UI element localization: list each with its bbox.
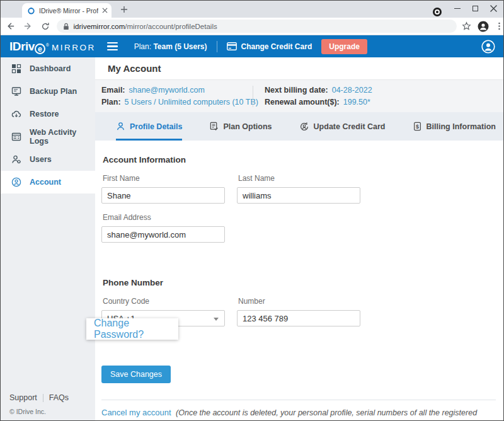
person-icon (116, 122, 125, 131)
sidebar-item-users[interactable]: Users (1, 148, 95, 171)
url-path: /mirror/account/profileDetails (125, 23, 217, 30)
browser-tab-strip: IDrive® Mirror - Profile Details (1, 1, 503, 18)
reload-icon (41, 22, 50, 31)
header-plan-info: Plan: Team (5 Users) (134, 42, 207, 51)
logo-mirror-text: MIRROR (52, 43, 96, 52)
browser-window: IDrive® Mirror - Profile Details idrivem… (0, 0, 504, 421)
change-password-link: Change Password? (94, 318, 178, 340)
window-controls (454, 4, 497, 13)
tab-update-credit-card[interactable]: Update Credit Card (299, 112, 386, 141)
sidebar-footer: Support FAQs © IDrive Inc. (9, 393, 69, 415)
renewal-amount-label: Renewal amount($): (265, 98, 340, 107)
country-code-label: Country Code (103, 297, 225, 306)
hamburger-menu-icon[interactable] (107, 42, 118, 50)
account-summary-bar: Email: shane@myworld.com Plan: 5 Users /… (95, 80, 503, 112)
tab-label: Plan Options (223, 122, 272, 131)
sidebar-item-account[interactable]: Account (1, 171, 95, 193)
sidebar-item-label: Backup Plan (30, 87, 77, 96)
plan-label: Plan: (134, 42, 151, 51)
phone-number-label: Number (238, 297, 360, 306)
logo-e-lock-icon: e (35, 43, 45, 54)
email-value: shane@myworld.com (129, 86, 205, 95)
tab-profile-details[interactable]: Profile Details (116, 112, 182, 141)
account-tabs: Profile Details Plan Options Update Cred… (95, 112, 503, 141)
new-tab-button[interactable] (119, 4, 129, 14)
email-address-input[interactable] (101, 226, 225, 243)
credit-card-icon (227, 42, 237, 50)
restore-cloud-icon (11, 109, 21, 119)
tab-label: Billing Information (427, 122, 496, 131)
refresh-card-icon (299, 122, 309, 132)
renewal-amount-value: 199.50* (343, 98, 370, 107)
plus-icon (120, 6, 128, 13)
url-bar[interactable]: idrivemirror.com/mirror/account/profileD… (57, 20, 457, 33)
upgrade-button[interactable]: Upgrade (321, 39, 367, 54)
document-check-icon (209, 122, 219, 131)
browser-tab[interactable]: IDrive® Mirror - Profile Details (22, 3, 112, 18)
logo-text: IDriv (9, 40, 35, 54)
window-maximize-icon[interactable] (472, 6, 478, 11)
save-changes-button[interactable]: Save Changes (101, 366, 171, 383)
bottom-divider (101, 400, 496, 400)
forward-button[interactable] (21, 19, 36, 34)
sidebar-item-dashboard[interactable]: Dashboard (1, 57, 95, 80)
change-password-callout[interactable]: Change Password? (86, 318, 178, 340)
bookmark-star-icon[interactable] (462, 21, 471, 31)
cancel-account-link[interactable]: Cancel my account (101, 408, 171, 417)
favicon-idrive-icon (27, 6, 35, 14)
sidebar-item-web-activity-logs[interactable]: Web Activity Logs (1, 125, 95, 148)
page-title: My Account (108, 63, 161, 74)
email-label: Email: (101, 86, 125, 95)
svg-text:$: $ (416, 124, 419, 130)
user-avatar-icon (481, 40, 495, 54)
change-credit-card-label: Change Credit Card (241, 42, 312, 51)
tab-title: IDrive® Mirror - Profile Details (39, 7, 98, 14)
dashboard-icon (11, 64, 21, 74)
window-close-icon[interactable] (490, 5, 497, 12)
toolbar-right (462, 21, 503, 32)
page-title-bar: My Account (95, 57, 503, 80)
browser-menu-dots-icon[interactable] (495, 22, 503, 30)
sidebar-item-backup-plan[interactable]: Backup Plan (1, 80, 95, 103)
last-name-input[interactable] (237, 187, 360, 204)
copyright-text: © IDrive Inc. (9, 408, 69, 415)
plan-label: Plan: (101, 98, 121, 107)
backup-plan-icon (11, 86, 21, 96)
users-icon (11, 154, 21, 164)
sidebar-item-restore[interactable]: Restore (1, 103, 95, 125)
sidebar-item-label: Dashboard (30, 64, 71, 73)
account-avatar-button[interactable] (481, 40, 495, 54)
lock-icon (63, 23, 69, 30)
window-minimize-icon[interactable] (454, 8, 461, 9)
account-icon (11, 177, 21, 187)
tab-label: Update Credit Card (314, 122, 386, 131)
dollar-icon: $ (413, 122, 422, 131)
logo-registered-mark: ® (46, 43, 49, 47)
chevron-down-icon (214, 318, 219, 321)
phone-number-input[interactable] (237, 310, 360, 326)
back-button[interactable] (3, 19, 18, 34)
tab-close-icon[interactable] (102, 8, 108, 13)
support-link[interactable]: Support (9, 393, 37, 402)
cancel-account-section: Cancel my account (Once the account is d… (101, 407, 503, 421)
tab-billing-information[interactable]: $ Billing Information (413, 112, 496, 141)
idrive-mirror-logo[interactable]: IDrive®MIRROR (9, 40, 96, 54)
tab-plan-options[interactable]: Plan Options (209, 112, 272, 141)
next-billing-value: 04-28-2022 (332, 86, 372, 95)
email-address-label: Email Address (103, 213, 225, 222)
web-activity-logs-icon (11, 132, 21, 142)
first-name-input[interactable] (101, 187, 225, 204)
next-billing-label: Next billing date: (265, 86, 328, 95)
main-content: My Account Email: shane@myworld.com Plan… (95, 57, 503, 420)
forward-arrow-icon (23, 21, 33, 31)
phone-number-heading: Phone Number (103, 278, 503, 287)
header-divider (217, 41, 217, 52)
browser-profile-avatar-icon[interactable] (478, 21, 489, 32)
change-credit-card-button[interactable]: Change Credit Card (227, 42, 312, 51)
reload-button[interactable] (38, 19, 53, 34)
browser-toolbar: idrivemirror.com/mirror/account/profileD… (1, 18, 503, 35)
back-arrow-icon (6, 21, 15, 31)
sidebar-item-label: Users (30, 155, 52, 164)
plan-value: 5 Users / Unlimited computers (10 TB) (125, 98, 258, 107)
faqs-link[interactable]: FAQs (49, 393, 69, 402)
